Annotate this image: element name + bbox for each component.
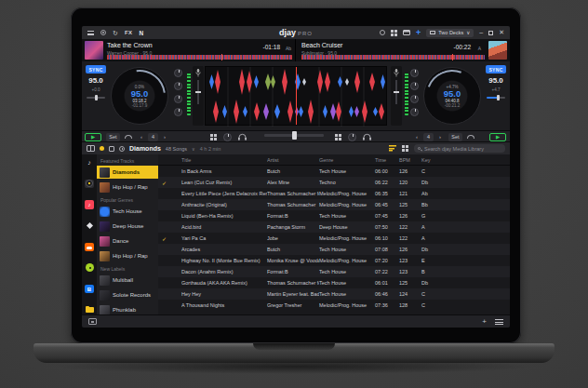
deck-b-loop-double-button[interactable]: › bbox=[436, 133, 444, 141]
table-row[interactable]: Acid.birdPachanga StormDeep House07:5012… bbox=[158, 221, 510, 233]
toggle-sidebar-icon[interactable] bbox=[87, 145, 95, 152]
column-artist[interactable]: Artist bbox=[267, 157, 319, 163]
deck-b-play-button[interactable]: ▶ bbox=[489, 133, 506, 141]
fx-button[interactable]: FX bbox=[125, 30, 133, 35]
status-icon[interactable] bbox=[380, 30, 385, 35]
apple-music-icon[interactable]: ♪ bbox=[85, 200, 94, 209]
decks-selector[interactable]: Two Decks ∨ bbox=[426, 29, 474, 37]
deck-b-overview-waveform[interactable] bbox=[301, 55, 485, 60]
sidebar-item-diamonds[interactable]: Diamonds bbox=[97, 166, 158, 179]
deck-a-loop-half-button[interactable]: ‹ bbox=[138, 133, 145, 141]
deck-b-key: A bbox=[478, 46, 481, 51]
knob[interactable] bbox=[410, 95, 419, 103]
table-row[interactable]: Highway No. II (Monte Bue Remix)Monika K… bbox=[158, 255, 510, 266]
sidebar-item-hiphop[interactable]: Hip Hop / Rap bbox=[97, 181, 158, 194]
maximize-button[interactable] bbox=[488, 31, 493, 35]
knob[interactable] bbox=[174, 108, 182, 116]
table-row[interactable]: Hey HeyMartin Eyerer feat. Badd…Tech Hou… bbox=[158, 288, 510, 300]
table-row[interactable]: ArcadesButchTech House07:08126Db bbox=[158, 244, 510, 255]
crossfader[interactable] bbox=[264, 134, 324, 137]
headphone-cue-left-icon[interactable] bbox=[238, 133, 247, 141]
deck-a-platter[interactable]: 0.0% 95.0 03:18.2 -01:17.9 bbox=[111, 67, 168, 125]
column-key[interactable]: Key bbox=[421, 157, 444, 163]
search-input[interactable] bbox=[414, 144, 505, 153]
music-library-icon[interactable]: ♪ bbox=[85, 158, 94, 167]
deck-a-loop-double-button[interactable]: › bbox=[161, 133, 168, 141]
table-row[interactable]: A Thousand NightsGregor TresherMelodic/P… bbox=[158, 300, 510, 311]
soundcloud-icon[interactable] bbox=[85, 243, 94, 252]
deck-a-loop-length[interactable]: 4 bbox=[148, 133, 158, 141]
knob[interactable] bbox=[410, 69, 419, 77]
table-row[interactable]: Liquid (Ben-Ha Remix)Format:BTech House0… bbox=[158, 210, 510, 221]
beatsource-icon[interactable]: B bbox=[85, 285, 94, 294]
channel-fader[interactable] bbox=[395, 80, 397, 104]
artwork-toggle-icon[interactable] bbox=[88, 318, 97, 325]
deck-a-play-button[interactable]: ▶ bbox=[85, 133, 101, 141]
deck-b-loop-half-button[interactable]: ‹ bbox=[413, 133, 421, 141]
cue-mix-knob-right[interactable] bbox=[348, 133, 356, 141]
deck-a-set-cue-button[interactable]: Set bbox=[106, 133, 120, 141]
table-row[interactable]: ✓Yari Pa CaJobeMelodic/Prog. House06:101… bbox=[158, 233, 510, 244]
queue-list-icon[interactable] bbox=[495, 319, 503, 325]
sidebar-item-deep-house[interactable]: Deep House bbox=[97, 220, 158, 233]
knob[interactable] bbox=[410, 82, 419, 90]
sidebar-item-hiphop-2[interactable]: Hip Hop / Rap bbox=[97, 249, 158, 262]
table-row[interactable]: Dacon (Anahm Remix)Format:BTech House07:… bbox=[158, 266, 510, 277]
mic-icon[interactable] bbox=[394, 69, 399, 77]
deck-a-cue-curve-icon[interactable] bbox=[124, 133, 133, 141]
deck-b-set-cue-button[interactable]: Set bbox=[448, 133, 462, 141]
deck-b-platter[interactable]: +4.7% 95.0 04:40.8 -00:21.2 bbox=[423, 67, 481, 125]
deck-a-pitch-slider[interactable] bbox=[87, 97, 105, 99]
chevron-down-icon[interactable]: ∨ bbox=[192, 146, 195, 152]
sidebar-item-phunklab[interactable]: Phunklab bbox=[97, 303, 158, 314]
sidebar-item-dance[interactable]: Dance bbox=[97, 234, 158, 248]
mic-icon[interactable] bbox=[195, 69, 201, 77]
table-row[interactable]: Anthracite (Original)Thomas SchumacherMe… bbox=[158, 199, 510, 210]
sort-filter-icon[interactable] bbox=[389, 145, 396, 152]
knob[interactable] bbox=[410, 108, 419, 116]
table-row[interactable]: Every Little Piece (Jens Delacroix Remix… bbox=[158, 188, 510, 199]
beatport-icon[interactable] bbox=[85, 263, 94, 273]
grid-view-icon[interactable] bbox=[402, 145, 408, 152]
channel-fader[interactable] bbox=[197, 80, 199, 104]
deck-b-sync-button[interactable]: SYNC bbox=[486, 65, 506, 74]
sidebar-item-solote-records[interactable]: Solote Records bbox=[97, 288, 158, 301]
local-files-icon[interactable] bbox=[85, 305, 94, 314]
djay-app-window: ↻ FX N djayPRO + Two Decks ∨ – ✕ bbox=[82, 26, 510, 328]
column-title[interactable]: Title bbox=[181, 157, 267, 163]
deck-b-pitch-slider[interactable] bbox=[487, 97, 505, 99]
knob[interactable] bbox=[174, 69, 182, 77]
headphone-cue-right-icon[interactable] bbox=[363, 133, 371, 141]
history-icon[interactable] bbox=[119, 146, 125, 152]
column-time[interactable]: Time bbox=[375, 157, 399, 163]
neural-mix-icon[interactable]: N bbox=[140, 30, 144, 36]
knob[interactable] bbox=[174, 95, 182, 103]
cue-mix-knob-left[interactable] bbox=[223, 133, 232, 141]
layout-icon[interactable] bbox=[403, 30, 410, 35]
tidal-icon[interactable] bbox=[85, 221, 94, 231]
deck-a-overview-waveform[interactable] bbox=[107, 55, 292, 60]
sidebar-item-tech-house[interactable]: Tech House bbox=[97, 205, 158, 218]
loop-icon[interactable]: ↻ bbox=[113, 30, 118, 36]
table-row[interactable]: ✓Lean (Cut Cuz Remix)Alex MineTechno06:2… bbox=[158, 177, 510, 188]
add-icon[interactable]: + bbox=[416, 29, 421, 36]
deck-b-cue-curve-icon[interactable] bbox=[466, 133, 475, 141]
table-row[interactable]: Gorthauda (AKA AKA Remix)Thomas Schumach… bbox=[158, 277, 510, 288]
minimize-button[interactable]: – bbox=[479, 29, 483, 36]
deck-b-loop-length[interactable]: 4 bbox=[423, 133, 434, 141]
column-bpm[interactable]: BPM bbox=[399, 157, 421, 163]
record-icon[interactable] bbox=[100, 30, 106, 35]
track-time: 07:22 bbox=[375, 269, 399, 274]
album-view-icon[interactable] bbox=[109, 146, 114, 152]
close-button[interactable]: ✕ bbox=[499, 29, 504, 36]
table-row[interactable]: In Back ArmsButchTech House06:00126C bbox=[158, 166, 510, 177]
view-grid-icon[interactable] bbox=[391, 30, 397, 36]
add-track-icon[interactable]: + bbox=[482, 318, 487, 326]
djay-library-icon[interactable] bbox=[85, 180, 94, 189]
menu-icon[interactable] bbox=[87, 31, 94, 35]
sidebar-item-multiball[interactable]: Multiball bbox=[97, 274, 158, 287]
waveform-display[interactable] bbox=[205, 66, 387, 126]
column-genre[interactable]: Genre bbox=[319, 157, 375, 163]
deck-a-sync-button[interactable]: SYNC bbox=[86, 65, 106, 74]
knob[interactable] bbox=[174, 82, 182, 90]
